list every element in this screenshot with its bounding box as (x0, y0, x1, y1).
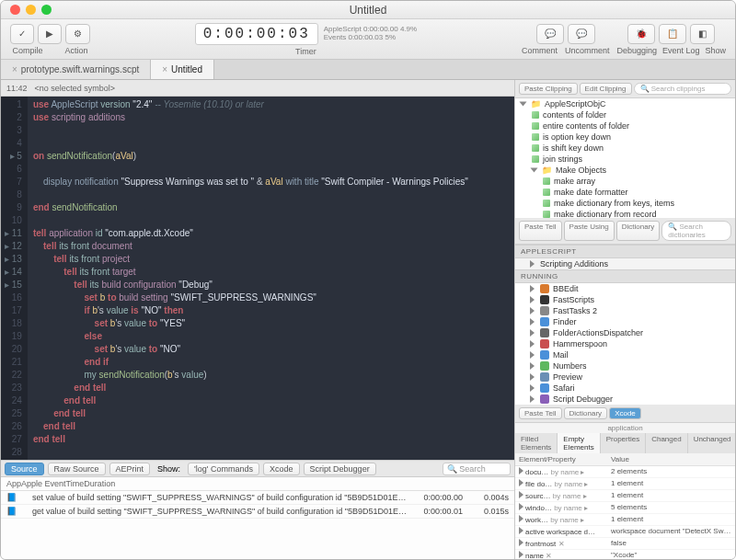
xcode-chip[interactable]: Xcode (609, 407, 641, 419)
dictionary2-button[interactable]: Dictionary (564, 407, 608, 419)
compile-button[interactable]: ✓ (10, 24, 34, 44)
tree-item[interactable]: entire contents of folder (515, 120, 735, 131)
window-controls (1, 5, 52, 15)
search-dict-input[interactable]: 🔍 Search dictionaries (661, 221, 731, 241)
running-app[interactable]: FastTasks 2 (515, 305, 735, 316)
debugging-button[interactable]: 🐞 (627, 24, 655, 44)
running-app[interactable]: Preview (515, 371, 735, 383)
running-app[interactable]: Mail (515, 349, 735, 360)
tree-item[interactable]: 📁 AppleScriptObjC (515, 98, 735, 109)
view-seg[interactable]: Raw Source (48, 463, 106, 475)
paste-using-button[interactable]: Paste Using (564, 221, 615, 241)
log-search-input[interactable]: 🔍 Search (443, 463, 511, 475)
app-window: Untitled ✓ ▶ ⚙ Compile Action 0:00:00:03… (0, 0, 736, 560)
minimize-icon[interactable] (26, 5, 36, 15)
close-tab-icon[interactable]: × (12, 64, 17, 74)
log-header: App Apple Event Time Duration (1, 477, 514, 491)
property-tab[interactable]: Properties (601, 433, 646, 453)
action-button[interactable]: ⚙ (65, 24, 90, 44)
code-editor[interactable]: 1 2 3 4▸ 5 6 7 8 9 10▸ 11▸ 12▸ 13▸ 14▸ 1… (1, 97, 514, 460)
running-app[interactable]: Numbers (515, 360, 735, 371)
uncomment-button[interactable]: 💬 (568, 24, 595, 44)
running-app[interactable]: Finder (515, 316, 735, 327)
property-row[interactable]: windo… by name ▸5 elements (515, 502, 735, 514)
running-app[interactable]: Script Debugger (515, 394, 735, 405)
running-app[interactable]: Safari (515, 383, 735, 394)
filter-seg[interactable]: Script Debugger (304, 463, 376, 475)
clippings-tree[interactable]: 📁 AppleScriptObjC contents of folder ent… (515, 98, 735, 218)
run-button[interactable]: ▶ (38, 24, 62, 44)
tree-item[interactable]: is option key down (515, 131, 735, 143)
show-button[interactable]: ◧ (690, 24, 715, 44)
property-row[interactable]: sourc… by name ▸1 element (515, 490, 735, 502)
tree-item[interactable]: is shift key down (515, 143, 735, 154)
edit-clipping-button[interactable]: Edit Clipping (580, 83, 632, 95)
paste-clipping-button[interactable]: Paste Clipping (519, 83, 578, 95)
event-log: App Apple Event Time Duration 📘set value… (1, 476, 514, 559)
running-app[interactable]: FastScripts (515, 294, 735, 305)
scripting-additions-item[interactable]: Scripting Additions (515, 258, 735, 269)
filter-seg[interactable]: 'log' Commands (188, 463, 259, 475)
editor-symbol[interactable]: <no selected symbol> (35, 84, 116, 93)
property-tab[interactable]: Unchanged (688, 433, 735, 453)
running-section: RUNNING (515, 269, 735, 283)
editor-pane: 11:42 <no selected symbol> 1 2 3 4▸ 5 6 … (1, 80, 514, 559)
document-tab[interactable]: ×Untitled (151, 60, 214, 79)
toolbar: ✓ ▶ ⚙ Compile Action 0:00:00:03 AppleScr… (1, 19, 735, 60)
timer-label: Timer (295, 47, 316, 56)
dictionary-button[interactable]: Dictionary (616, 221, 661, 241)
tree-item[interactable]: make dictionary from record (515, 209, 735, 218)
search-clippings-input[interactable]: 🔍 Search clippings (634, 83, 731, 95)
titlebar: Untitled (1, 1, 735, 19)
tree-item[interactable]: make array (515, 176, 735, 187)
tree-item[interactable]: 📁 Make Objects (515, 165, 735, 176)
timer-display: 0:00:00:03 (195, 23, 318, 45)
running-app[interactable]: FolderActionsDispatcher (515, 327, 735, 338)
comment-button[interactable]: 💬 (536, 24, 564, 44)
property-row[interactable]: frontmost ✕false (515, 538, 735, 550)
log-row[interactable]: 📘get value of build setting "SWIFT_SUPPR… (1, 505, 514, 519)
editor-time: 11:42 (6, 84, 28, 93)
property-row[interactable]: docu… by name ▸2 elements (515, 466, 735, 478)
paste-tell2-button[interactable]: Paste Tell (519, 407, 562, 419)
window-title: Untitled (350, 4, 387, 17)
timer-group: 0:00:00:03 AppleScript 0:00:00.00 4.9% E… (195, 23, 417, 56)
editor-header: 11:42 <no selected symbol> (1, 80, 514, 97)
view-seg[interactable]: AEPrint (109, 463, 151, 475)
eventlog-button[interactable]: 📋 (659, 24, 686, 44)
tree-item[interactable]: make dictionary from keys, items (515, 198, 735, 209)
tree-item[interactable]: join strings (515, 154, 735, 165)
property-row[interactable]: active workspace d… workspace document "… (515, 526, 735, 538)
editor-footer: SourceRaw SourceAEPrintShow:'log' Comman… (1, 460, 514, 476)
timer-sub2: Events 0:00:00.03 5% (324, 34, 417, 42)
running-app[interactable]: BBEdit (515, 283, 735, 294)
property-row[interactable]: file do… by name ▸1 element (515, 478, 735, 490)
filter-seg[interactable]: Xcode (263, 463, 300, 475)
sidebar: Paste Clipping Edit Clipping 🔍 Search cl… (514, 80, 735, 559)
view-seg[interactable]: Source (5, 463, 44, 475)
document-tab[interactable]: ×prototype.swift.warnings.scpt (1, 60, 151, 79)
action-label: Action (65, 46, 88, 55)
paste-tell-button[interactable]: Paste Tell (519, 221, 562, 241)
compile-label: Compile (12, 46, 42, 55)
running-app[interactable]: Hammerspoon (515, 338, 735, 349)
applescript-section: APPLESCRIPT (515, 245, 735, 258)
document-tabs: ×prototype.swift.warnings.scpt×Untitled (1, 60, 735, 80)
zoom-icon[interactable] (41, 5, 52, 15)
log-row[interactable]: 📘set value of build setting "SWIFT_SUPPR… (1, 491, 514, 505)
property-tab[interactable]: Empty Elements (558, 433, 600, 453)
application-label: application (515, 423, 735, 433)
close-tab-icon[interactable]: × (162, 64, 167, 74)
property-tab[interactable]: Changed (646, 433, 687, 453)
property-row[interactable]: name ✕"Xcode" (515, 550, 735, 559)
tree-item[interactable]: contents of folder (515, 109, 735, 120)
tree-item[interactable]: make date formatter (515, 187, 735, 198)
close-icon[interactable] (10, 5, 20, 15)
property-tab[interactable]: Filled Elements (515, 433, 558, 453)
property-row[interactable]: work… by name ▸1 element (515, 514, 735, 526)
